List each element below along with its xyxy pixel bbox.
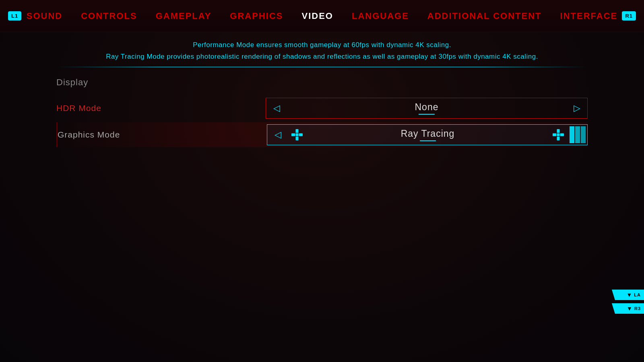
graphics-mode-value: Ray Tracing: [306, 128, 549, 141]
r3-arrow-icon: ▼: [627, 305, 633, 312]
info-area: Performance Mode ensures smooth gameplay…: [0, 32, 644, 67]
svg-rect-5: [557, 129, 560, 133]
info-line2: Ray Tracing Mode provides photorealistic…: [16, 51, 628, 63]
r3-badge[interactable]: ▼ R3: [612, 303, 644, 314]
r3-label: R3: [634, 306, 641, 311]
right-icons-area: [549, 126, 587, 143]
graphics-mode-row: Graphics Mode ◁ Ray Tracing: [56, 122, 588, 147]
nav-sound[interactable]: SOUND: [19, 7, 70, 25]
navigation-bar: L1 SOUND CONTROLS GAMEPLAY GRAPHICS VIDE…: [0, 0, 644, 32]
nav-additional-content[interactable]: ADDITIONAL CONTENT: [420, 7, 549, 25]
graphics-mode-label: Graphics Mode: [58, 130, 267, 140]
svg-rect-1: [296, 136, 299, 140]
nav-interface[interactable]: INTERFACE: [553, 7, 625, 25]
graphics-mode-selector[interactable]: ◁ Ray Tracing: [267, 124, 588, 145]
nav-gameplay[interactable]: GAMEPLAY: [149, 7, 219, 25]
hdr-mode-label: HDR Mode: [56, 103, 266, 113]
bottom-badges: ▼ LA ▼ R3: [612, 290, 644, 314]
info-line1: Performance Mode ensures smooth gameplay…: [16, 39, 628, 51]
nav-graphics[interactable]: GRAPHICS: [223, 7, 290, 25]
la-badge[interactable]: ▼ LA: [612, 290, 644, 300]
nav-controls[interactable]: CONTROLS: [74, 7, 144, 25]
r1-badge[interactable]: R1: [622, 11, 636, 21]
svg-rect-7: [553, 133, 556, 136]
nav-language[interactable]: LANGUAGE: [345, 7, 416, 25]
hdr-left-arrow[interactable]: ◁: [266, 98, 287, 118]
hdr-right-arrow[interactable]: ▷: [566, 98, 587, 118]
dpad-left-icon: [290, 128, 304, 142]
svg-rect-2: [291, 133, 295, 136]
hdr-mode-value: None: [287, 102, 566, 115]
dpad-right-icon: [551, 128, 566, 142]
svg-rect-8: [560, 133, 564, 136]
graphics-left-arrow[interactable]: ◁: [267, 125, 288, 145]
svg-rect-3: [299, 133, 303, 136]
section-title: Display: [56, 71, 588, 96]
svg-rect-6: [557, 136, 560, 140]
svg-rect-9: [557, 133, 560, 136]
hdr-mode-row: HDR Mode ◁ None ▷: [56, 96, 588, 121]
nav-items: SOUND CONTROLS GAMEPLAY GRAPHICS VIDEO L…: [19, 7, 625, 25]
nav-video[interactable]: VIDEO: [294, 7, 340, 25]
svg-rect-0: [296, 129, 299, 133]
la-arrow-icon: ▼: [626, 292, 632, 298]
svg-rect-4: [296, 133, 299, 136]
la-label: LA: [634, 292, 641, 297]
settings-section: Display HDR Mode ◁ None ▷ Graphics Mode …: [56, 67, 588, 157]
hdr-mode-selector[interactable]: ◁ None ▷: [266, 98, 588, 119]
